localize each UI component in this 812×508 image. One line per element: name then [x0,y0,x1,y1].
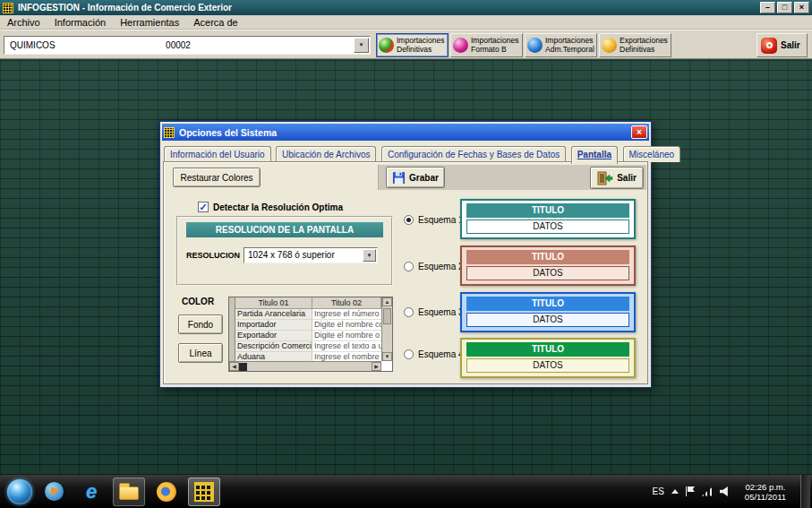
linea-button[interactable]: Línea [178,343,223,363]
action-center-flag-icon[interactable] [686,486,695,496]
table-row[interactable]: Partida Arancelaria Ingrese el número de… [229,309,392,320]
radio-label: Esquema 3 [418,307,464,317]
preview-title: TITULO [466,342,629,357]
fondo-button[interactable]: Fondo [178,314,223,334]
language-indicator[interactable]: ES [653,486,664,496]
close-button[interactable]: × [794,2,809,13]
tab-pantalla[interactable]: Pantalla [571,146,618,164]
scroll-down-icon[interactable]: ▼ [382,352,392,361]
desktop-background: Opciones del Sistema × Información del U… [0,59,812,475]
volume-icon[interactable] [720,486,731,496]
media-player-taskbar-button[interactable] [38,478,70,506]
network-signal-icon[interactable] [702,487,713,496]
taskbar: e ES 02:26 p.m. 05/11/2011 [0,475,812,508]
grid-cell: Ingrese el número de pa [312,309,381,320]
menu-informacion[interactable]: Información [47,16,113,29]
toolbar-buttons: Importaciones Definitivas Importaciones … [376,33,671,57]
grid-cell: Digite el nombre o parte [312,331,381,341]
firefox-icon [157,482,176,502]
resolution-value: 1024 x 768 ó superior [248,250,335,260]
table-row[interactable]: Importador Digite el nombre complet [229,320,392,331]
menu-archivo[interactable]: Archivo [0,16,47,29]
esquema-4-preview: TITULO DATOS [460,338,636,378]
clock[interactable]: 02:26 p.m. 05/11/2011 [738,482,793,502]
esquema-2-preview: TITULO DATOS [460,245,636,286]
scroll-right-icon[interactable]: ▶ [372,362,381,371]
dialog-titlebar[interactable]: Opciones del Sistema × [162,124,649,141]
esquema-2-option[interactable]: Esquema 2 [404,262,464,271]
internet-explorer-icon: e [86,482,97,502]
minimize-button[interactable]: – [760,2,775,13]
infogestion-app-icon [194,482,214,502]
grid-vertical-scrollbar[interactable]: ▲ ▼ [381,297,392,361]
exit-door-icon [597,171,613,185]
grid-selector-column [229,297,235,309]
grid-header-titulo-02: Titulo 02 [312,297,381,309]
exportaciones-definitivas-button[interactable]: Exportaciones Definitivas [599,33,671,57]
dialog-salir-button[interactable]: Salir [590,167,644,189]
window-titlebar: INFOGESTION - Información de Comercio Ex… [0,0,812,15]
importaciones-adm-temporal-button[interactable]: Importaciones Adm.Temporal [525,33,597,57]
firefox-taskbar-button[interactable] [150,478,183,506]
esquema-1-option[interactable]: Esquema 1 [404,215,464,225]
infogestion-taskbar-button[interactable] [188,478,220,506]
dialog-tabstrip: Información del Usuario Ubicación de Arc… [164,145,647,162]
grid-header-titulo-01: Titulo 01 [235,297,312,309]
tab-configuracion-fechas-bases[interactable]: Configuración de Fechas y Bases de Datos [381,146,566,162]
grid-horizontal-scrollbar[interactable]: ◀ ▶ [229,361,381,371]
tab-miscelaneo[interactable]: Misceláneo [623,146,681,162]
dialog-close-button[interactable]: × [631,125,647,139]
resolution-label: RESOLUCION [186,251,240,260]
restaurar-colores-button[interactable]: Restaurar Colores [173,168,261,187]
scrollbar-thumb[interactable] [239,363,247,371]
toolbar-exit-button[interactable]: Salir [756,33,808,57]
internet-explorer-taskbar-button[interactable]: e [75,478,107,506]
media-player-icon [45,482,64,501]
grid-cell: Importador [235,320,312,331]
scrollbar-thumb[interactable] [383,308,391,324]
preview-title: TITULO [466,250,629,264]
screen: INFOGESTION - Información de Comercio Ex… [0,0,812,508]
preview-title: TITULO [466,297,629,311]
esquema-4-option[interactable]: Esquema 4 [404,349,464,359]
show-desktop-button[interactable] [800,475,810,508]
start-button[interactable] [7,479,32,504]
scroll-up-icon[interactable]: ▲ [382,297,392,306]
radio-icon[interactable] [404,307,414,317]
scroll-left-icon[interactable]: ◀ [229,362,239,371]
maximize-button[interactable]: □ [777,2,792,13]
resolution-dropdown[interactable]: 1024 x 768 ó superior ▼ [244,247,378,263]
preview-grid: Titulo 01 Titulo 02 Partida Arancelaria … [228,297,393,372]
btn-line1: Importaciones [545,36,593,45]
grabar-button[interactable]: Grabar [386,167,445,188]
btn-line2: Definitivas [620,45,654,54]
importaciones-definitivas-button[interactable]: Importaciones Definitivas [376,33,449,57]
radio-icon[interactable] [404,262,414,271]
windows-explorer-taskbar-button[interactable] [113,478,145,506]
table-row[interactable]: Descripción Comercial Ingrese el texto a… [229,341,392,352]
menu-acerca-de[interactable]: Acerca de [186,16,245,29]
radio-icon[interactable] [404,349,414,359]
menu-herramientas[interactable]: Herramientas [113,16,186,29]
chevron-down-icon[interactable]: ▼ [363,249,376,262]
tab-ubicacion-de-archivos[interactable]: Ubicación de Archivos [276,146,376,162]
radio-icon[interactable] [404,215,414,225]
chevron-down-icon[interactable]: ▼ [354,38,369,53]
importaciones-formato-b-button[interactable]: Importaciones Formato B [450,33,523,57]
detect-resolution-checkbox[interactable]: ✓ [198,202,209,212]
system-tray: ES 02:26 p.m. 05/11/2011 [653,475,812,508]
tab-informacion-del-usuario[interactable]: Información del Usuario [164,146,271,162]
table-row[interactable]: Exportador Digite el nombre o parte [229,331,392,341]
save-floppy-icon [392,171,406,185]
btn-line2: Adm.Temporal [545,45,594,54]
category-combobox[interactable]: QUIMICOS 00002 ▼ [4,36,371,55]
hidden-icons-arrow-icon[interactable] [671,489,679,494]
esquema-1-preview: TITULO DATOS [460,199,636,239]
clock-time: 02:26 p.m. [745,482,785,492]
category-code: 00002 [4,40,352,50]
esquema-3-option[interactable]: Esquema 3 [404,307,464,317]
esquema-3-preview: TITULO DATOS [460,292,636,332]
magenta-globe-icon [453,38,468,53]
dialog-title: Opciones del Sistema [179,127,277,138]
btn-line1: Importaciones [471,36,518,45]
